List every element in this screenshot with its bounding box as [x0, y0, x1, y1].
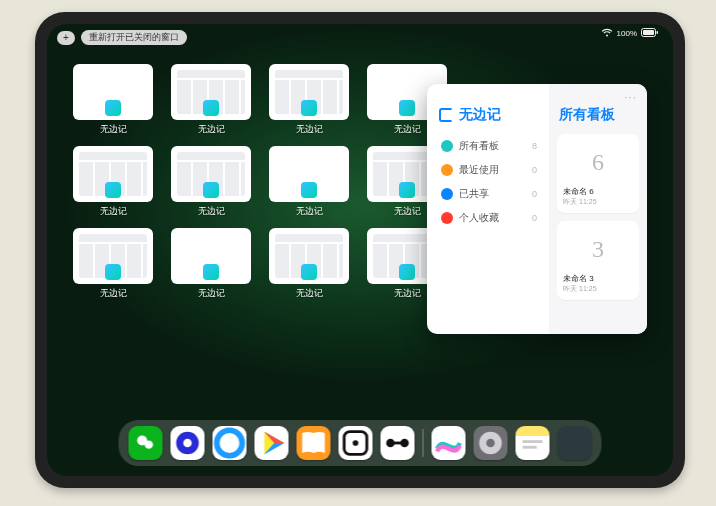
board-card[interactable]: 3 未命名 3 昨天 11:25 [557, 221, 639, 300]
freeform-app-icon [203, 100, 219, 116]
svg-rect-1 [643, 30, 654, 35]
top-controls: + 重新打开已关闭的窗口 [57, 30, 187, 45]
freeform-app-icon [301, 100, 317, 116]
sidebar-item[interactable]: 所有看板8 [439, 134, 539, 158]
window-preview [73, 64, 153, 120]
window-label: 无边记 [198, 287, 225, 300]
window-label: 无边记 [198, 123, 225, 136]
window-label: 无边记 [100, 205, 127, 218]
window-thumbnail[interactable]: 无边记 [73, 146, 153, 218]
freeform-board-list: 所有看板 6 未命名 6 昨天 11:253 未命名 3 昨天 11:25 [549, 84, 647, 334]
wifi-icon [601, 28, 613, 39]
sidebar-item-label: 最近使用 [459, 163, 499, 177]
dock-barbell-icon[interactable] [381, 426, 415, 460]
dock-separator [423, 429, 424, 457]
status-bar: 100% [601, 28, 659, 39]
dock [119, 420, 602, 466]
ipad-frame: 100% + 重新打开已关闭的窗口 无边记无边记无边记无边记无边记无边记无边记无… [35, 12, 685, 488]
window-preview [73, 228, 153, 284]
window-preview [269, 228, 349, 284]
sidebar-item-count: 8 [532, 141, 537, 151]
freeform-app-icon [301, 264, 317, 280]
freeform-panel[interactable]: ··· 无边记 所有看板8最近使用0已共享0个人收藏0 所有看板 6 未命名 6… [427, 84, 647, 334]
window-label: 无边记 [198, 205, 225, 218]
category-icon [441, 188, 453, 200]
sidebar-item-count: 0 [532, 213, 537, 223]
dock-applib-icon[interactable] [558, 426, 592, 460]
board-card[interactable]: 6 未命名 6 昨天 11:25 [557, 134, 639, 213]
dock-books-icon[interactable] [297, 426, 331, 460]
svg-point-18 [486, 439, 495, 448]
sidebar-item-count: 0 [532, 189, 537, 199]
sidebar-item[interactable]: 已共享0 [439, 182, 539, 206]
window-thumbnail[interactable]: 无边记 [73, 228, 153, 300]
dock-dice-icon[interactable] [339, 426, 373, 460]
sidebar-item-label: 已共享 [459, 187, 489, 201]
dock-freeform-icon[interactable] [432, 426, 466, 460]
window-preview [269, 146, 349, 202]
svg-point-6 [183, 439, 192, 448]
freeform-app-icon [203, 264, 219, 280]
freeform-app-icon [105, 182, 121, 198]
board-preview: 3 [563, 227, 633, 271]
sidebar-item[interactable]: 最近使用0 [439, 158, 539, 182]
window-thumbnail[interactable]: 无边记 [171, 146, 251, 218]
window-label: 无边记 [100, 123, 127, 136]
window-preview [171, 64, 251, 120]
battery-label: 100% [617, 29, 637, 38]
new-window-button[interactable]: + [57, 31, 75, 45]
window-thumbnail[interactable]: 无边记 [269, 64, 349, 136]
reopen-closed-window-button[interactable]: 重新打开已关闭的窗口 [81, 30, 187, 45]
dock-notes-icon[interactable] [516, 426, 550, 460]
window-preview [73, 146, 153, 202]
all-boards-title: 所有看板 [559, 106, 639, 124]
svg-rect-16 [393, 442, 402, 445]
freeform-app-icon [399, 264, 415, 280]
board-preview: 6 [563, 140, 633, 184]
window-preview [171, 228, 251, 284]
battery-icon [641, 28, 659, 39]
screen: 100% + 重新打开已关闭的窗口 无边记无边记无边记无边记无边记无边记无边记无… [47, 24, 673, 476]
window-label: 无边记 [296, 205, 323, 218]
freeform-app-icon [203, 182, 219, 198]
dock-play-icon[interactable] [255, 426, 289, 460]
sidebar-item-label: 个人收藏 [459, 211, 499, 225]
window-label: 无边记 [394, 205, 421, 218]
svg-point-4 [145, 441, 153, 449]
sidebar-toggle-icon[interactable] [439, 108, 453, 122]
category-icon [441, 164, 453, 176]
window-thumbnail[interactable]: 无边记 [269, 228, 349, 300]
sidebar-item-count: 0 [532, 165, 537, 175]
category-icon [441, 140, 453, 152]
window-thumbnail[interactable]: 无边记 [171, 228, 251, 300]
window-thumbnail[interactable]: 无边记 [269, 146, 349, 218]
dock-quark-icon[interactable] [171, 426, 205, 460]
svg-rect-2 [657, 31, 659, 34]
freeform-app-icon [399, 182, 415, 198]
svg-rect-19 [523, 440, 543, 443]
freeform-app-icon [301, 182, 317, 198]
dock-wechat-icon[interactable] [129, 426, 163, 460]
svg-point-7 [217, 430, 243, 456]
window-thumbnail[interactable]: 无边记 [171, 64, 251, 136]
board-subtitle: 昨天 11:25 [563, 284, 633, 294]
more-icon[interactable]: ··· [624, 90, 637, 104]
dock-qqbrowser-icon[interactable] [213, 426, 247, 460]
window-preview [269, 64, 349, 120]
svg-point-13 [353, 440, 359, 446]
sidebar-item[interactable]: 个人收藏0 [439, 206, 539, 230]
window-preview [171, 146, 251, 202]
window-switcher-grid: 无边记无边记无边记无边记无边记无边记无边记无边记无边记无边记无边记无边记 [73, 64, 447, 300]
window-label: 无边记 [296, 123, 323, 136]
freeform-title: 无边记 [459, 106, 501, 124]
dock-settings-icon[interactable] [474, 426, 508, 460]
window-label: 无边记 [394, 123, 421, 136]
svg-rect-20 [523, 446, 537, 449]
freeform-app-icon [105, 100, 121, 116]
window-thumbnail[interactable]: 无边记 [73, 64, 153, 136]
freeform-sidebar: 无边记 所有看板8最近使用0已共享0个人收藏0 [427, 84, 549, 334]
board-title: 未命名 3 [563, 273, 633, 284]
category-icon [441, 212, 453, 224]
window-label: 无边记 [296, 287, 323, 300]
board-title: 未命名 6 [563, 186, 633, 197]
